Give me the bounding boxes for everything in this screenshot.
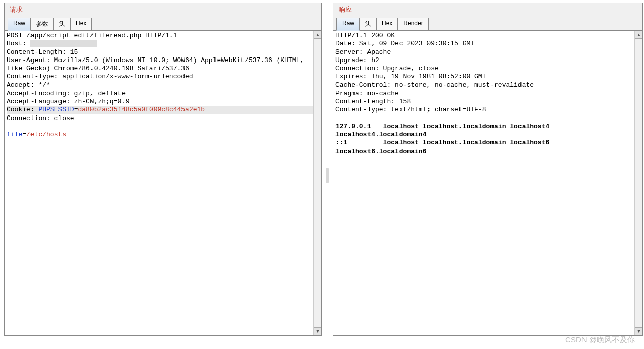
cookie-line: Cookie: PHPSESSID=da80b2ac35f48c5a0f009c…	[7, 106, 319, 114]
req-header-3: Accept: */*	[7, 81, 50, 89]
tab-headers-resp[interactable]: 头	[359, 18, 377, 31]
resp-header-2: Server: Apache	[335, 48, 391, 56]
scroll-down-icon[interactable]: ▼	[635, 327, 642, 335]
scroll-up-icon[interactable]: ▲	[314, 31, 321, 39]
resp-header-1: Date: Sat, 09 Dec 2023 09:30:15 GMT	[335, 40, 474, 47]
cookie-value: da80b2ac35f48c5a0f009c8c445a2e1b	[78, 106, 205, 113]
req-header-0: Content-Length: 15	[7, 48, 78, 56]
panel-divider[interactable]	[322, 0, 333, 349]
response-content-wrapper: HTTP/1.1 200 OK Date: Sat, 09 Dec 2023 0…	[333, 30, 642, 335]
tab-hex[interactable]: Hex	[70, 18, 92, 31]
tab-hex-resp[interactable]: Hex	[376, 18, 398, 31]
body-val: /etc/hosts	[26, 131, 66, 138]
resp-header-7: Pragma: no-cache	[335, 90, 399, 97]
response-scrollbar[interactable]: ▲ ▼	[634, 31, 642, 335]
divider-handle-icon[interactable]	[326, 168, 329, 183]
req-header-2: Content-Type: application/x-www-form-url…	[7, 73, 193, 80]
resp-body-0: 127.0.0.1 localhost localhost.localdomai…	[335, 123, 554, 138]
request-content[interactable]: POST /app/script_edit/fileread.php HTTP/…	[5, 31, 321, 335]
body-key: file	[7, 131, 22, 138]
request-content-wrapper: POST /app/script_edit/fileread.php HTTP/…	[5, 30, 321, 335]
tab-raw-resp[interactable]: Raw	[336, 18, 360, 31]
resp-header-8: Content-Length: 158	[335, 98, 411, 105]
req-header-1: User-Agent: Mozilla/5.0 (Windows NT 10.0…	[7, 56, 308, 72]
req-header-4: Accept-Encoding: gzip, deflate	[7, 90, 126, 97]
request-panel: 请求 Raw 参数 头 Hex POST /app/script_edit/fi…	[4, 3, 322, 336]
request-scrollbar[interactable]: ▲ ▼	[313, 31, 321, 335]
resp-header-4: Connection: Upgrade, close	[335, 65, 439, 72]
watermark: CSDN @晚风不及你	[565, 335, 635, 345]
host-label: Host:	[7, 40, 30, 47]
response-content[interactable]: HTTP/1.1 200 OK Date: Sat, 09 Dec 2023 0…	[333, 31, 642, 335]
request-line: POST /app/script_edit/fileread.php HTTP/…	[7, 32, 177, 39]
resp-header-0: HTTP/1.1 200 OK	[335, 32, 395, 39]
tab-headers[interactable]: 头	[53, 18, 71, 31]
resp-header-5: Expires: Thu, 19 Nov 1981 08:52:00 GMT	[335, 73, 486, 80]
cookie-name: PHPSESSID	[38, 106, 74, 113]
cookie-label: Cookie:	[7, 106, 38, 113]
response-title: 响应	[333, 3, 642, 17]
scroll-down-icon[interactable]: ▼	[314, 327, 321, 335]
response-panel: 响应 Raw 头 Hex Render HTTP/1.1 200 OK Date…	[333, 3, 643, 336]
body-eq: =	[22, 131, 26, 138]
resp-header-3: Upgrade: h2	[335, 56, 379, 64]
tab-params[interactable]: 参数	[30, 18, 54, 31]
response-tabs: Raw 头 Hex Render	[333, 17, 642, 30]
host-redacted	[30, 40, 97, 47]
scroll-up-icon[interactable]: ▲	[635, 31, 642, 39]
resp-body-1: ::1 localhost localhost.localdomain loca…	[335, 139, 554, 155]
req-connection: Connection: close	[7, 114, 74, 122]
request-title: 请求	[5, 3, 321, 17]
request-tabs: Raw 参数 头 Hex	[5, 17, 321, 30]
resp-header-9: Content-Type: text/html; charset=UTF-8	[335, 106, 486, 113]
resp-header-6: Cache-Control: no-store, no-cache, must-…	[335, 81, 534, 89]
req-header-5: Accept-Language: zh-CN,zh;q=0.9	[7, 98, 130, 105]
tab-raw[interactable]: Raw	[8, 18, 31, 31]
tab-render-resp[interactable]: Render	[397, 18, 428, 31]
